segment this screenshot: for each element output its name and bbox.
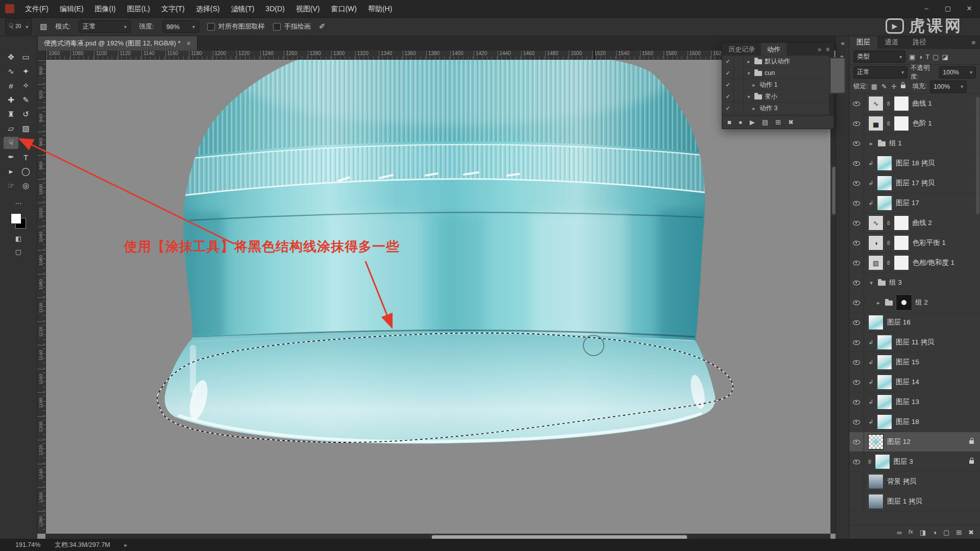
layer-mask-thumbnail[interactable]	[894, 116, 909, 131]
layer-visibility-toggle[interactable]	[849, 94, 864, 113]
minimize-button[interactable]: –	[916, 0, 937, 17]
layer-row[interactable]: ↲图层 11 拷贝	[849, 333, 980, 353]
disclosure-icon[interactable]: ▾	[746, 94, 752, 99]
action-row[interactable]: ✓▾变小	[722, 91, 829, 103]
layer-row[interactable]: ∿8曲线 2	[849, 213, 980, 233]
layer-row[interactable]: ↲图层 13	[849, 392, 980, 412]
layer-row[interactable]: ↲图层 17	[849, 193, 980, 213]
layer-row[interactable]: ▸组 1	[849, 134, 980, 154]
action-row[interactable]: ✓▾cun	[722, 67, 829, 79]
opacity-select[interactable]: 100% ▾	[939, 66, 976, 79]
adjustment-layer-icon[interactable]: ∿	[868, 215, 884, 231]
menu-item[interactable]: 3D(D)	[260, 0, 290, 17]
layer-style-icon[interactable]: fx	[909, 529, 913, 535]
zoom-level[interactable]: 191.74%	[15, 541, 40, 548]
add-layer-mask-icon[interactable]: ◨	[920, 529, 926, 536]
layer-visibility-toggle[interactable]	[849, 233, 864, 253]
layer-mask-thumbnail[interactable]	[894, 235, 909, 251]
layer-row[interactable]: 背景 拷贝	[849, 472, 980, 492]
layer-row[interactable]: 图层 1 拷贝	[849, 492, 980, 512]
actions-scrollbar[interactable]	[829, 56, 834, 116]
action-check-icon[interactable]: ✓	[722, 79, 734, 90]
layer-visibility-toggle[interactable]	[849, 353, 864, 372]
layer-thumbnail[interactable]	[875, 454, 890, 469]
layer-visibility-toggle[interactable]	[849, 492, 864, 511]
shape-tool[interactable]: ◯	[18, 165, 33, 178]
disclosure-icon[interactable]: ▾	[868, 280, 874, 286]
ruler-corner[interactable]	[37, 51, 46, 60]
disclosure-icon[interactable]: ▸	[751, 82, 757, 88]
tab-layers[interactable]: 图层	[849, 36, 877, 49]
lock-pixels-icon[interactable]: ✎	[881, 83, 887, 90]
layer-thumbnail[interactable]	[877, 195, 892, 211]
layer-row[interactable]: ▧8色相/饱和度 1	[849, 253, 980, 273]
layer-visibility-toggle[interactable]	[849, 173, 864, 193]
new-group-icon[interactable]: ▢	[943, 529, 949, 536]
action-dialog-toggle[interactable]	[734, 91, 744, 102]
action-dialog-toggle[interactable]	[734, 56, 744, 67]
layer-row[interactable]: 图层 12	[849, 432, 980, 452]
layer-visibility-toggle[interactable]	[849, 213, 864, 233]
action-check-icon[interactable]: ✓	[722, 67, 734, 79]
delete-icon[interactable]: ✖	[788, 119, 794, 126]
disclosure-icon[interactable]: ▸	[751, 106, 757, 111]
layer-mask-thumbnail[interactable]	[894, 96, 909, 111]
menu-item[interactable]: 编辑(E)	[54, 0, 89, 17]
disclosure-icon[interactable]: ▸	[875, 299, 881, 306]
layer-row[interactable]: 8图层 3	[849, 452, 980, 472]
lock-transparency-icon[interactable]: ▦	[871, 83, 877, 90]
menu-item[interactable]: 图像(I)	[89, 0, 121, 17]
disclosure-icon[interactable]: ▸	[746, 59, 752, 64]
tab-paths[interactable]: 路径	[905, 36, 934, 49]
menu-item[interactable]: 图层(L)	[121, 0, 156, 17]
action-dialog-toggle[interactable]	[734, 79, 744, 90]
stop-icon[interactable]: ■	[727, 119, 731, 126]
panel-menu-icon[interactable]: ≡	[971, 36, 980, 49]
layers-scrollbar[interactable]	[976, 97, 979, 214]
layer-visibility-toggle[interactable]	[849, 333, 864, 352]
layer-mask-thumbnail[interactable]	[894, 255, 909, 270]
action-row[interactable]: ✓▸默认动作	[722, 56, 829, 67]
filter-shape-icon[interactable]: ▢	[933, 54, 939, 60]
layer-row[interactable]: ▾组 3	[849, 273, 980, 293]
menu-item[interactable]: 滤镜(T)	[225, 0, 260, 17]
layer-visibility-toggle[interactable]	[849, 114, 864, 133]
brush-preset-picker[interactable]: ☟ 20 ▾	[5, 18, 32, 35]
adjustment-layer-icon[interactable]: ▅	[868, 116, 884, 131]
layer-filter-select[interactable]: 类型 ▾	[853, 51, 905, 63]
smudge-tool[interactable]: ☟	[4, 137, 18, 149]
quick-mask-icon[interactable]: ◧	[15, 235, 21, 242]
dodge-tool[interactable]: ◐	[18, 137, 33, 149]
link-layers-icon[interactable]: ∞	[897, 529, 902, 536]
zoom-tool[interactable]: ◎	[18, 180, 33, 192]
quick-selection-tool[interactable]: ✦	[18, 65, 33, 78]
color-swatches[interactable]	[11, 213, 26, 229]
new-adjustment-layer-icon[interactable]: ◑	[933, 529, 937, 536]
lasso-tool[interactable]: ∿	[4, 65, 18, 78]
fill-select[interactable]: 100% ▾	[930, 81, 967, 93]
layer-thumbnail[interactable]	[868, 494, 884, 509]
type-tool[interactable]: T	[18, 151, 33, 163]
blend-mode-select[interactable]: 正常 ▾	[853, 66, 908, 79]
tab-actions[interactable]: 动作	[761, 43, 787, 56]
layer-visibility-toggle[interactable]	[849, 372, 864, 392]
menu-item[interactable]: 帮助(H)	[362, 0, 398, 17]
action-check-icon[interactable]: ✓	[722, 103, 734, 114]
airbrush-icon[interactable]: ✐	[319, 22, 326, 31]
edit-toolbar-icon[interactable]: ⋯	[15, 200, 22, 207]
sample-all-layers-checkbox[interactable]: 对所有图层取样	[207, 22, 265, 31]
layer-visibility-toggle[interactable]	[849, 253, 864, 272]
adjustment-layer-icon[interactable]: ◑	[868, 235, 884, 251]
layer-thumbnail[interactable]	[877, 374, 892, 390]
layer-visibility-toggle[interactable]	[849, 193, 864, 213]
layer-thumbnail[interactable]	[877, 414, 892, 430]
layer-thumbnail[interactable]	[877, 335, 892, 350]
rectangular-marquee-tool[interactable]: ▭	[18, 51, 33, 63]
layer-thumbnail[interactable]	[868, 474, 884, 489]
close-button[interactable]: ✕	[959, 0, 980, 17]
expand-panels-icon[interactable]: «	[841, 40, 844, 46]
layer-row[interactable]: ↲图层 17 拷贝	[849, 173, 980, 193]
action-row[interactable]: ✓▸动作 1	[722, 79, 829, 91]
layer-thumbnail[interactable]	[868, 315, 884, 330]
layer-row[interactable]: 图层 16	[849, 313, 980, 333]
